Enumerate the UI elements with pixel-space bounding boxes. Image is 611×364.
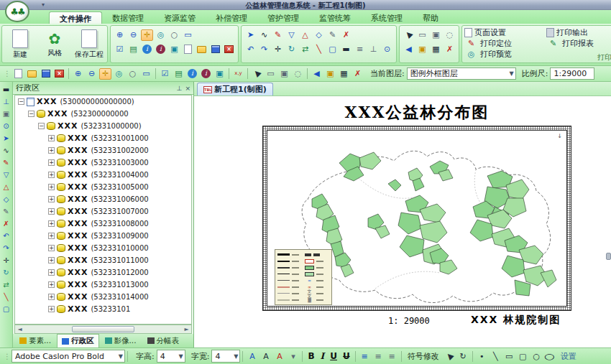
char-width-combo[interactable]: 4 ▼ — [211, 350, 240, 363]
chevron-down-icon[interactable]: ▼ — [231, 353, 238, 360]
xy-coords-icon[interactable]: x,y — [232, 68, 244, 80]
pointer-icon[interactable]: ▶ — [444, 350, 456, 362]
print-report-button[interactable]: ✎打印报表 — [546, 38, 611, 49]
zoom-prev-icon[interactable]: ○ — [168, 29, 180, 41]
tree-expander-icon[interactable]: + — [48, 294, 55, 300]
cursor-icon[interactable]: ▶ — [403, 29, 415, 41]
app-logo[interactable]: ♣♣ — [5, 1, 29, 22]
symbol-edit-button[interactable]: 符号修改 — [408, 351, 439, 362]
modify-feature-icon[interactable]: ✎ — [1, 205, 12, 218]
chevron-down-icon[interactable]: ▼ — [116, 353, 123, 360]
print-position-button[interactable]: ✎打印定位 — [464, 38, 546, 49]
tree-expander-icon[interactable]: − — [38, 123, 45, 129]
zoom-in-icon[interactable]: ⊕ — [114, 29, 126, 41]
vertical-scroll-thumb[interactable] — [606, 253, 611, 260]
chevron-down-icon[interactable]: ▼ — [507, 70, 514, 77]
tree-expander-icon[interactable]: + — [48, 196, 55, 202]
vertex-edit-icon[interactable]: ∿ — [1, 144, 12, 157]
draw-ellipse-icon[interactable]: ○ — [544, 350, 556, 362]
panel-tab-2[interactable]: 行政区 — [57, 334, 99, 347]
sketch-pen-icon[interactable]: ✎ — [272, 29, 284, 41]
select-lasso-icon[interactable]: ◌ — [444, 29, 456, 41]
identify-all-icon[interactable]: i — [155, 44, 167, 55]
print-preview-button[interactable]: ◎打印预览 — [464, 49, 546, 60]
select-rect-icon[interactable]: ▣ — [430, 29, 442, 41]
tree-expander-icon[interactable]: + — [48, 184, 55, 190]
tree-row[interactable]: +XXX(532331005000 — [15, 181, 191, 193]
menu-tab-8[interactable]: 帮助 — [413, 11, 449, 24]
menu-tab-2[interactable]: 数据管理 — [102, 11, 154, 24]
redo-icon[interactable]: ↷ — [258, 44, 270, 55]
tree-expander-icon[interactable]: + — [48, 257, 55, 263]
scroll-right-icon[interactable]: ► — [182, 326, 191, 332]
font-color-blue-icon[interactable]: A — [246, 350, 258, 362]
marquee-icon[interactable]: ▦ — [430, 44, 442, 55]
strikethrough-button[interactable]: U — [343, 351, 350, 361]
fullscreen-icon[interactable]: ▣ — [168, 44, 180, 55]
cursor-icon[interactable]: ▶ — [251, 68, 263, 80]
align-right-icon[interactable]: ≡ — [386, 350, 398, 362]
eye-icon[interactable]: ⊙ — [381, 44, 393, 55]
draw-rect-icon[interactable]: ▭ — [503, 350, 515, 362]
zoom-out-icon[interactable]: ⊖ — [86, 68, 98, 80]
zoom-out-icon[interactable]: ⊖ — [127, 29, 139, 41]
scroll-track[interactable] — [24, 325, 182, 333]
char-height-combo[interactable]: 4 ▼ — [157, 350, 185, 363]
new-icon[interactable] — [12, 68, 24, 80]
close-doc-icon[interactable]: × — [223, 44, 235, 55]
rotate-icon[interactable]: ↻ — [457, 350, 469, 362]
settings-button[interactable]: 设置 — [561, 351, 576, 362]
tree-row[interactable]: +XXX(532331001000 — [15, 132, 191, 144]
pin-icon[interactable]: ⊥ — [177, 85, 183, 92]
select-lasso-icon[interactable]: ◌ — [292, 68, 304, 80]
tree-expander-icon[interactable]: + — [48, 281, 55, 288]
font-size-icon[interactable]: A — [259, 350, 272, 362]
panel-tab-1[interactable]: 要素... — [14, 334, 56, 347]
open-icon[interactable] — [26, 68, 38, 80]
quick-access-dropdown-icon[interactable]: ▾ — [42, 1, 45, 8]
new-doc-icon[interactable] — [182, 44, 194, 55]
draw-polyline-icon[interactable]: ▽ — [1, 169, 12, 181]
scroll-thumb[interactable] — [72, 326, 135, 332]
measure-icon[interactable]: ▬ — [1, 83, 12, 95]
font-color-dropdown-icon[interactable]: ▾ — [287, 350, 299, 362]
menu-tab-7[interactable]: 系统管理 — [361, 11, 413, 24]
draw-line-icon[interactable]: ╲ — [1, 291, 12, 303]
font-color-red-icon[interactable]: A — [273, 350, 285, 362]
align-center-icon[interactable]: ≡ — [372, 350, 385, 362]
note-icon[interactable]: ▤ — [173, 68, 185, 80]
layers-icon[interactable]: ▣ — [324, 68, 336, 80]
chevron-down-icon[interactable]: ▼ — [176, 353, 183, 360]
extent-box-icon[interactable]: ▣ — [1, 108, 12, 120]
save-icon[interactable] — [40, 68, 52, 80]
edit-vertex-icon[interactable]: ∿ — [258, 29, 270, 41]
identify-icon[interactable]: i — [186, 68, 198, 80]
zoom-rect-icon[interactable]: ▭ — [182, 29, 194, 41]
select-check-icon[interactable]: ☑ — [114, 44, 126, 55]
print-output-button[interactable]: 打印输出 — [546, 27, 611, 38]
menu-tab-1[interactable]: 文件操作 — [49, 11, 102, 24]
save-doc-icon[interactable] — [209, 44, 221, 55]
draw-polygon-icon[interactable]: △ — [299, 29, 311, 41]
delete-feature-icon[interactable]: ✗ — [340, 29, 352, 41]
tree-row[interactable]: −XXX(532331000000) — [15, 120, 191, 132]
map-canvas[interactable]: XXX公益林分布图 — [194, 96, 611, 347]
identify-all-icon[interactable]: i — [200, 68, 212, 80]
draw-circle-icon[interactable]: ○ — [530, 350, 543, 362]
tree-expander-icon[interactable]: + — [48, 147, 55, 154]
select-partial-icon[interactable]: ▭ — [416, 29, 428, 41]
bold-button[interactable]: B — [308, 351, 314, 361]
full-extent-icon[interactable]: ◎ — [155, 29, 167, 41]
sketch-pen-icon[interactable]: ✎ — [1, 157, 12, 169]
zoom-prev-icon[interactable]: ○ — [127, 68, 139, 80]
eye-icon[interactable]: ⊙ — [1, 120, 12, 132]
flip-icon[interactable]: ◀ — [311, 68, 323, 80]
modify-feature-icon[interactable]: ✎ — [326, 29, 339, 41]
close-icon[interactable]: × — [185, 85, 190, 92]
tree-expander-icon[interactable]: − — [28, 111, 35, 117]
tree-row[interactable]: +XXX(532331004000 — [15, 169, 191, 181]
tree-expander-icon[interactable]: + — [48, 208, 55, 215]
attribute-note-icon[interactable]: ▤ — [127, 44, 139, 55]
align-left-icon[interactable]: ≡ — [359, 350, 371, 362]
align-icon[interactable]: ⊥ — [1, 95, 12, 108]
